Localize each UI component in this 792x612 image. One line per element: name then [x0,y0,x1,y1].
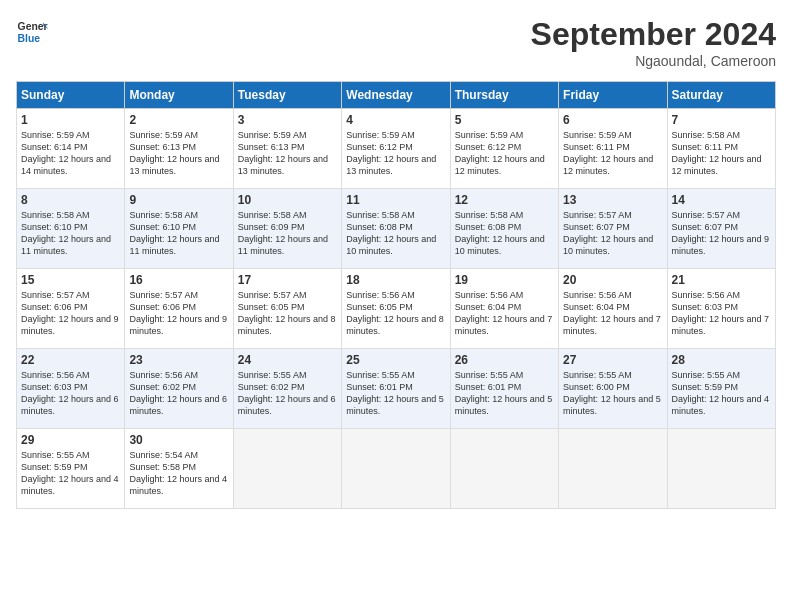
day-number: 2 [129,113,228,127]
table-row: 25Sunrise: 5:55 AMSunset: 6:01 PMDayligh… [342,349,450,429]
day-number: 16 [129,273,228,287]
table-row: 29Sunrise: 5:55 AMSunset: 5:59 PMDayligh… [17,429,125,509]
day-number: 6 [563,113,662,127]
cell-content: Sunrise: 5:55 AMSunset: 5:59 PMDaylight:… [21,449,120,498]
table-row: 12Sunrise: 5:58 AMSunset: 6:08 PMDayligh… [450,189,558,269]
day-number: 13 [563,193,662,207]
table-row: 30Sunrise: 5:54 AMSunset: 5:58 PMDayligh… [125,429,233,509]
table-row: 19Sunrise: 5:56 AMSunset: 6:04 PMDayligh… [450,269,558,349]
day-number: 25 [346,353,445,367]
cell-content: Sunrise: 5:56 AMSunset: 6:02 PMDaylight:… [129,369,228,418]
cell-content: Sunrise: 5:57 AMSunset: 6:07 PMDaylight:… [563,209,662,258]
table-row: 27Sunrise: 5:55 AMSunset: 6:00 PMDayligh… [559,349,667,429]
cell-content: Sunrise: 5:59 AMSunset: 6:13 PMDaylight:… [238,129,337,178]
cell-content: Sunrise: 5:55 AMSunset: 6:00 PMDaylight:… [563,369,662,418]
table-row: 26Sunrise: 5:55 AMSunset: 6:01 PMDayligh… [450,349,558,429]
col-friday: Friday [559,82,667,109]
table-row: 14Sunrise: 5:57 AMSunset: 6:07 PMDayligh… [667,189,775,269]
table-row [559,429,667,509]
day-number: 15 [21,273,120,287]
title-block: September 2024 Ngaoundal, Cameroon [531,16,776,69]
cell-content: Sunrise: 5:59 AMSunset: 6:12 PMDaylight:… [346,129,445,178]
cell-content: Sunrise: 5:55 AMSunset: 6:02 PMDaylight:… [238,369,337,418]
cell-content: Sunrise: 5:57 AMSunset: 6:05 PMDaylight:… [238,289,337,338]
day-number: 26 [455,353,554,367]
cell-content: Sunrise: 5:56 AMSunset: 6:03 PMDaylight:… [21,369,120,418]
cell-content: Sunrise: 5:56 AMSunset: 6:04 PMDaylight:… [455,289,554,338]
col-thursday: Thursday [450,82,558,109]
cell-content: Sunrise: 5:57 AMSunset: 6:06 PMDaylight:… [21,289,120,338]
table-row: 3Sunrise: 5:59 AMSunset: 6:13 PMDaylight… [233,109,341,189]
table-row: 7Sunrise: 5:58 AMSunset: 6:11 PMDaylight… [667,109,775,189]
day-number: 14 [672,193,771,207]
page-header: General Blue September 2024 Ngaoundal, C… [16,16,776,69]
day-number: 4 [346,113,445,127]
day-number: 10 [238,193,337,207]
day-number: 8 [21,193,120,207]
cell-content: Sunrise: 5:58 AMSunset: 6:08 PMDaylight:… [455,209,554,258]
calendar-week-row: 29Sunrise: 5:55 AMSunset: 5:59 PMDayligh… [17,429,776,509]
table-row [667,429,775,509]
day-number: 19 [455,273,554,287]
cell-content: Sunrise: 5:58 AMSunset: 6:09 PMDaylight:… [238,209,337,258]
svg-text:Blue: Blue [18,33,41,44]
day-number: 5 [455,113,554,127]
day-number: 30 [129,433,228,447]
table-row: 6Sunrise: 5:59 AMSunset: 6:11 PMDaylight… [559,109,667,189]
table-row: 16Sunrise: 5:57 AMSunset: 6:06 PMDayligh… [125,269,233,349]
cell-content: Sunrise: 5:58 AMSunset: 6:11 PMDaylight:… [672,129,771,178]
day-number: 20 [563,273,662,287]
table-row: 22Sunrise: 5:56 AMSunset: 6:03 PMDayligh… [17,349,125,429]
day-number: 22 [21,353,120,367]
calendar-week-row: 1Sunrise: 5:59 AMSunset: 6:14 PMDaylight… [17,109,776,189]
table-row: 23Sunrise: 5:56 AMSunset: 6:02 PMDayligh… [125,349,233,429]
calendar-week-row: 22Sunrise: 5:56 AMSunset: 6:03 PMDayligh… [17,349,776,429]
day-number: 24 [238,353,337,367]
table-row: 17Sunrise: 5:57 AMSunset: 6:05 PMDayligh… [233,269,341,349]
table-row: 28Sunrise: 5:55 AMSunset: 5:59 PMDayligh… [667,349,775,429]
calendar-week-row: 8Sunrise: 5:58 AMSunset: 6:10 PMDaylight… [17,189,776,269]
table-row: 5Sunrise: 5:59 AMSunset: 6:12 PMDaylight… [450,109,558,189]
col-saturday: Saturday [667,82,775,109]
day-number: 27 [563,353,662,367]
cell-content: Sunrise: 5:59 AMSunset: 6:11 PMDaylight:… [563,129,662,178]
table-row: 21Sunrise: 5:56 AMSunset: 6:03 PMDayligh… [667,269,775,349]
day-number: 3 [238,113,337,127]
table-row: 9Sunrise: 5:58 AMSunset: 6:10 PMDaylight… [125,189,233,269]
cell-content: Sunrise: 5:57 AMSunset: 6:06 PMDaylight:… [129,289,228,338]
cell-content: Sunrise: 5:55 AMSunset: 6:01 PMDaylight:… [455,369,554,418]
cell-content: Sunrise: 5:54 AMSunset: 5:58 PMDaylight:… [129,449,228,498]
table-row: 8Sunrise: 5:58 AMSunset: 6:10 PMDaylight… [17,189,125,269]
calendar-header-row: Sunday Monday Tuesday Wednesday Thursday… [17,82,776,109]
day-number: 11 [346,193,445,207]
col-monday: Monday [125,82,233,109]
day-number: 9 [129,193,228,207]
calendar-table: Sunday Monday Tuesday Wednesday Thursday… [16,81,776,509]
col-tuesday: Tuesday [233,82,341,109]
day-number: 17 [238,273,337,287]
col-sunday: Sunday [17,82,125,109]
calendar-week-row: 15Sunrise: 5:57 AMSunset: 6:06 PMDayligh… [17,269,776,349]
location: Ngaoundal, Cameroon [531,53,776,69]
day-number: 1 [21,113,120,127]
cell-content: Sunrise: 5:57 AMSunset: 6:07 PMDaylight:… [672,209,771,258]
table-row: 10Sunrise: 5:58 AMSunset: 6:09 PMDayligh… [233,189,341,269]
cell-content: Sunrise: 5:59 AMSunset: 6:12 PMDaylight:… [455,129,554,178]
day-number: 12 [455,193,554,207]
table-row: 2Sunrise: 5:59 AMSunset: 6:13 PMDaylight… [125,109,233,189]
day-number: 21 [672,273,771,287]
day-number: 7 [672,113,771,127]
logo: General Blue [16,16,48,48]
cell-content: Sunrise: 5:55 AMSunset: 6:01 PMDaylight:… [346,369,445,418]
col-wednesday: Wednesday [342,82,450,109]
table-row: 11Sunrise: 5:58 AMSunset: 6:08 PMDayligh… [342,189,450,269]
cell-content: Sunrise: 5:58 AMSunset: 6:10 PMDaylight:… [129,209,228,258]
cell-content: Sunrise: 5:59 AMSunset: 6:14 PMDaylight:… [21,129,120,178]
cell-content: Sunrise: 5:59 AMSunset: 6:13 PMDaylight:… [129,129,228,178]
table-row: 20Sunrise: 5:56 AMSunset: 6:04 PMDayligh… [559,269,667,349]
table-row: 18Sunrise: 5:56 AMSunset: 6:05 PMDayligh… [342,269,450,349]
table-row: 15Sunrise: 5:57 AMSunset: 6:06 PMDayligh… [17,269,125,349]
day-number: 29 [21,433,120,447]
cell-content: Sunrise: 5:58 AMSunset: 6:10 PMDaylight:… [21,209,120,258]
cell-content: Sunrise: 5:58 AMSunset: 6:08 PMDaylight:… [346,209,445,258]
